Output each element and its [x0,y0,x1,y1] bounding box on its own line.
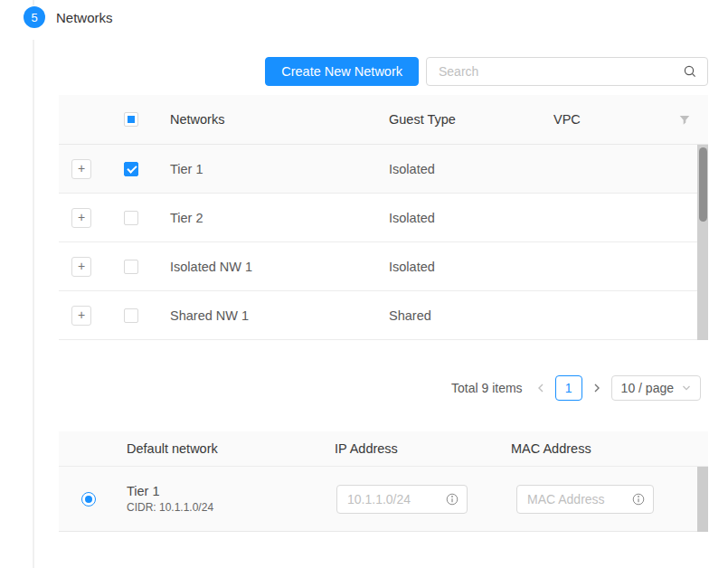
page-size-select[interactable]: 10 / page [611,375,701,401]
step-number: 5 [31,11,37,24]
select-all-checkbox[interactable] [124,112,138,127]
search-box[interactable] [426,57,708,86]
default-network-table-header: Default network IP Address MAC Address [59,431,708,467]
expand-row-button[interactable]: + [71,208,91,228]
search-icon[interactable] [683,64,697,79]
column-header-ip-address: IP Address [321,441,506,456]
table-row[interactable]: + Isolated NW 1 Isolated [59,242,697,291]
column-header-mac-address: MAC Address [506,441,708,456]
pagination: Total 9 items 1 10 / page [59,375,701,401]
table-scrollbar-track[interactable] [697,145,708,340]
row-checkbox[interactable] [124,211,138,225]
networks-table: Networks Guest Type VPC + Tier 1 Isolate… [59,95,708,340]
step-title: Networks [56,10,113,25]
step-number-badge: 5 [24,6,45,28]
create-new-network-button[interactable]: Create New Network [265,57,419,86]
expand-row-button[interactable]: + [71,159,91,179]
ip-address-input[interactable] [345,491,442,507]
table-row[interactable]: + Shared NW 1 Shared [59,291,697,340]
table-row[interactable]: + Tier 1 Isolated [59,145,697,194]
network-name: Shared NW 1 [158,308,380,323]
network-name: Tier 1 [158,162,380,176]
select-all-cell [104,112,158,127]
network-name: Tier 2 [158,211,380,225]
row-checkbox[interactable] [124,162,138,176]
mac-address-input[interactable] [525,491,629,507]
pagination-prev-button[interactable] [534,383,547,393]
default-network-row[interactable]: Tier 1 CIDR: 10.1.1.0/24 [59,467,697,532]
pagination-page-1[interactable]: 1 [555,375,582,401]
column-header-networks: Networks [158,112,380,127]
column-header-default-network: Default network [118,441,321,456]
guest-type: Isolated [380,260,543,274]
default-network-cidr: CIDR: 10.1.1.0/24 [127,501,321,514]
default-table-scrollbar-track[interactable] [697,467,708,532]
info-icon[interactable] [446,493,459,506]
expand-row-button[interactable]: + [71,257,91,277]
column-header-guest-type: Guest Type [380,112,543,127]
guest-type: Shared [380,308,543,323]
table-row[interactable]: + Tier 2 Isolated [59,194,697,242]
default-network-name: Tier 1 [127,484,321,498]
filter-icon[interactable] [679,95,690,145]
toolbar: Create New Network [59,57,708,86]
pagination-total: Total 9 items [451,381,523,395]
guest-type: Isolated [380,162,543,176]
step-connector-top [33,0,34,5]
search-input[interactable] [437,63,679,80]
expand-row-button[interactable]: + [71,306,91,326]
step-connector [33,40,34,568]
chevron-down-icon [682,384,691,392]
default-network-table: Default network IP Address MAC Address T… [59,431,708,532]
row-checkbox[interactable] [124,260,138,274]
row-checkbox[interactable] [124,308,138,323]
network-name: Isolated NW 1 [158,260,380,274]
networks-table-header: Networks Guest Type VPC [59,95,708,145]
ip-address-field[interactable] [336,485,468,514]
pagination-next-button[interactable] [591,383,603,393]
table-scrollbar-thumb[interactable] [699,147,707,222]
guest-type: Isolated [380,211,543,225]
mac-address-field[interactable] [516,485,654,514]
default-network-radio[interactable] [81,492,96,506]
info-icon[interactable] [632,493,645,506]
page-size-label: 10 / page [621,381,674,395]
